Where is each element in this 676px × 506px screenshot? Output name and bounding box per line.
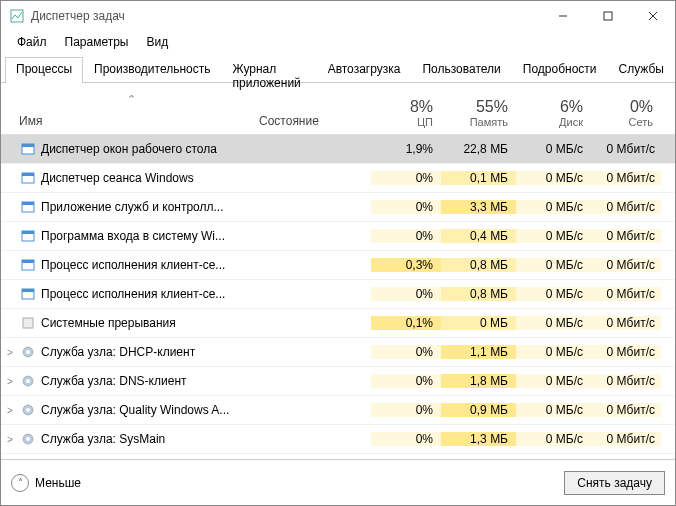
process-disk: 0 МБ/с	[516, 142, 591, 156]
process-memory: 3,3 МБ	[441, 200, 516, 214]
tab-2[interactable]: Журнал приложений	[222, 57, 317, 82]
expand-toggle[interactable]: >	[1, 376, 19, 387]
tab-5[interactable]: Подробности	[512, 57, 608, 82]
process-icon	[19, 315, 37, 331]
fewer-details-button[interactable]: ˄ Меньше	[11, 474, 81, 492]
menubar: Файл Параметры Вид	[1, 31, 675, 53]
process-row[interactable]: Процесс исполнения клиент-се...0,3%0,8 М…	[1, 251, 675, 280]
process-memory: 22,8 МБ	[441, 142, 516, 156]
svg-point-25	[26, 437, 30, 441]
process-name: Диспетчер сеанса Windows	[37, 171, 251, 185]
close-button[interactable]	[630, 1, 675, 31]
process-cpu: 0%	[371, 432, 441, 446]
process-memory: 1,3 МБ	[441, 432, 516, 446]
svg-rect-16	[22, 289, 34, 292]
process-row[interactable]: Приложение служб и контролл...0%3,3 МБ0 …	[1, 193, 675, 222]
process-network: 0 Мбит/с	[591, 171, 661, 185]
tab-1[interactable]: Производительность	[83, 57, 221, 82]
process-cpu: 0,3%	[371, 258, 441, 272]
svg-point-19	[26, 350, 30, 354]
menu-view[interactable]: Вид	[138, 33, 176, 51]
process-icon	[19, 286, 37, 302]
process-disk: 0 МБ/с	[516, 403, 591, 417]
tab-6[interactable]: Службы	[608, 57, 675, 82]
process-icon	[19, 170, 37, 186]
expand-toggle[interactable]: >	[1, 347, 19, 358]
process-memory: 0 МБ	[441, 316, 516, 330]
process-row[interactable]: Диспетчер сеанса Windows0%0,1 МБ0 МБ/с0 …	[1, 164, 675, 193]
process-row[interactable]: Диспетчер окон рабочего стола1,9%22,8 МБ…	[1, 135, 675, 164]
disk-total: 6%	[560, 98, 583, 116]
tab-4[interactable]: Пользователи	[411, 57, 511, 82]
process-network: 0 Мбит/с	[591, 229, 661, 243]
column-header-row: ⌃ Имя Состояние 8%ЦП 55%Память 6%Диск 0%…	[1, 83, 675, 135]
process-name: Служба узла: SysMain	[37, 432, 251, 446]
titlebar[interactable]: Диспетчер задач	[1, 1, 675, 31]
process-memory: 0,4 МБ	[441, 229, 516, 243]
process-row[interactable]: Программа входа в систему Wi...0%0,4 МБ0…	[1, 222, 675, 251]
app-icon	[9, 8, 25, 24]
process-cpu: 0%	[371, 374, 441, 388]
process-disk: 0 МБ/с	[516, 345, 591, 359]
minimize-button[interactable]	[540, 1, 585, 31]
column-disk[interactable]: 6%Диск	[516, 94, 591, 134]
process-disk: 0 МБ/с	[516, 316, 591, 330]
svg-rect-14	[22, 260, 34, 263]
process-icon	[19, 141, 37, 157]
process-memory: 0,9 МБ	[441, 403, 516, 417]
svg-point-23	[26, 408, 30, 412]
fewer-details-label: Меньше	[35, 476, 81, 490]
process-disk: 0 МБ/с	[516, 200, 591, 214]
process-icon	[19, 199, 37, 215]
process-icon	[19, 373, 37, 389]
process-cpu: 0%	[371, 403, 441, 417]
process-disk: 0 МБ/с	[516, 171, 591, 185]
process-network: 0 Мбит/с	[591, 374, 661, 388]
cpu-total: 8%	[410, 98, 433, 116]
process-name: Приложение служб и контролл...	[37, 200, 251, 214]
process-memory: 0,1 МБ	[441, 171, 516, 185]
task-manager-window: Диспетчер задач Файл Параметры Вид Проце…	[0, 0, 676, 506]
process-network: 0 Мбит/с	[591, 432, 661, 446]
chevron-up-icon: ˄	[11, 474, 29, 492]
window-title: Диспетчер задач	[31, 9, 540, 23]
tab-3[interactable]: Автозагрузка	[317, 57, 412, 82]
process-cpu: 1,9%	[371, 142, 441, 156]
process-row[interactable]: Процесс исполнения клиент-се...0%0,8 МБ0…	[1, 280, 675, 309]
svg-point-21	[26, 379, 30, 383]
column-cpu[interactable]: 8%ЦП	[371, 94, 441, 134]
svg-rect-0	[11, 10, 23, 22]
svg-rect-2	[604, 12, 612, 20]
process-list[interactable]: Диспетчер окон рабочего стола1,9%22,8 МБ…	[1, 135, 675, 459]
end-task-button[interactable]: Снять задачу	[564, 471, 665, 495]
process-icon	[19, 431, 37, 447]
expand-toggle[interactable]: >	[1, 405, 19, 416]
column-state[interactable]: Состояние	[251, 110, 371, 134]
column-memory[interactable]: 55%Память	[441, 94, 516, 134]
process-row[interactable]: >Служба узла: DHCP-клиент0%1,1 МБ0 МБ/с0…	[1, 338, 675, 367]
process-cpu: 0,1%	[371, 316, 441, 330]
process-icon	[19, 402, 37, 418]
process-row[interactable]: Системные прерывания0,1%0 МБ0 МБ/с0 Мбит…	[1, 309, 675, 338]
process-disk: 0 МБ/с	[516, 432, 591, 446]
process-name: Служба узла: Quality Windows A...	[37, 403, 251, 417]
process-cpu: 0%	[371, 345, 441, 359]
menu-file[interactable]: Файл	[9, 33, 55, 51]
tab-0[interactable]: Процессы	[5, 57, 83, 83]
process-name: Служба узла: DNS-клиент	[37, 374, 251, 388]
tab-strip: ПроцессыПроизводительностьЖурнал приложе…	[1, 57, 675, 83]
process-memory: 1,1 МБ	[441, 345, 516, 359]
process-cpu: 0%	[371, 171, 441, 185]
column-state-label: Состояние	[259, 114, 319, 128]
process-row[interactable]: >Служба узла: SysMain0%1,3 МБ0 МБ/с0 Мби…	[1, 425, 675, 454]
expand-toggle[interactable]: >	[1, 434, 19, 445]
menu-options[interactable]: Параметры	[57, 33, 137, 51]
process-row[interactable]: >Служба узла: Quality Windows A...0%0,9 …	[1, 396, 675, 425]
column-network[interactable]: 0%Сеть	[591, 94, 661, 134]
maximize-button[interactable]	[585, 1, 630, 31]
column-name[interactable]: ⌃ Имя	[1, 89, 251, 134]
column-name-label: Имя	[19, 114, 243, 128]
network-label: Сеть	[629, 116, 653, 128]
process-row[interactable]: >Служба узла: DNS-клиент0%1,8 МБ0 МБ/с0 …	[1, 367, 675, 396]
svg-rect-8	[22, 173, 34, 176]
